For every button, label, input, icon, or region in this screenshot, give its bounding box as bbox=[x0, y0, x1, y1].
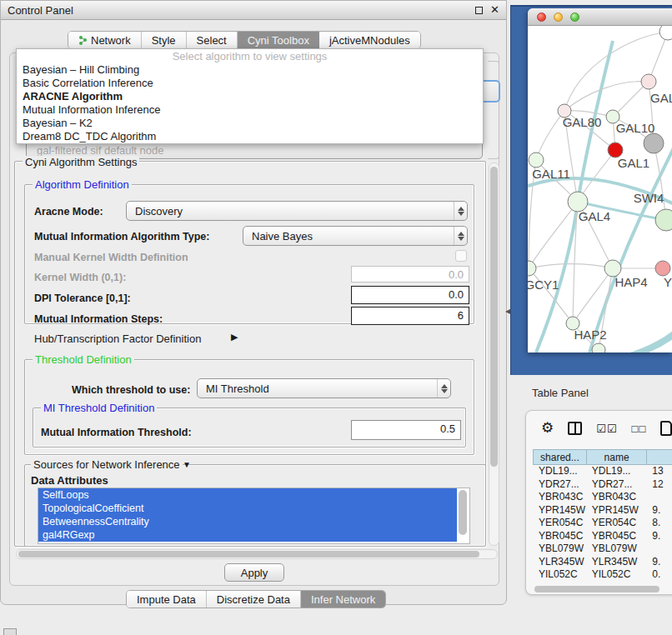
table-panel-title: Table Panel bbox=[532, 387, 589, 399]
column-header[interactable]: name bbox=[586, 449, 647, 465]
network-node[interactable] bbox=[641, 74, 656, 89]
close-traffic-light-icon[interactable] bbox=[537, 12, 546, 22]
table-cell: YBR043C bbox=[533, 491, 586, 504]
tab-network[interactable]: Network bbox=[68, 32, 142, 48]
table-cell: YBL079W bbox=[533, 542, 586, 556]
mi-steps-field[interactable]: 6 bbox=[351, 307, 469, 325]
control-panel-window: Control Panel ✕ Network Style Select Cyn… bbox=[0, 0, 507, 605]
network-node[interactable] bbox=[655, 209, 672, 231]
float-window-icon[interactable] bbox=[475, 7, 483, 14]
list-item[interactable]: BetweennessCentrality bbox=[38, 515, 457, 528]
attributes-scrollbar-thumb[interactable] bbox=[459, 490, 467, 535]
table-row[interactable]: YLR345WYLR345W9. bbox=[533, 556, 672, 569]
settings-scrollbar[interactable] bbox=[489, 162, 499, 546]
data-attributes-list[interactable]: SelfLoops TopologicalCoefficient Between… bbox=[38, 488, 470, 544]
which-threshold-combo[interactable]: MI Threshold bbox=[197, 378, 451, 398]
network-node[interactable] bbox=[604, 260, 621, 277]
table-row[interactable]: YPR145WYPR145W9. bbox=[533, 504, 672, 518]
network-node[interactable] bbox=[592, 343, 605, 352]
column-browser-icon[interactable] bbox=[568, 422, 582, 435]
network-canvas[interactable]: GALGAL80GAL10GAL1GAL11GAL4SWI4GCY1HAP4YH… bbox=[528, 26, 672, 352]
select-all-checkboxes-icon[interactable]: ☑☑ bbox=[596, 422, 617, 435]
network-edge bbox=[564, 82, 649, 111]
manual-kernel-checkbox[interactable] bbox=[455, 250, 467, 262]
table-cell: 9. bbox=[646, 530, 672, 543]
list-item[interactable]: TopologicalCoefficient bbox=[38, 502, 457, 515]
mi-type-combo[interactable]: Naive Bayes bbox=[243, 226, 468, 246]
table-row[interactable]: YDR27...YDR27...12 bbox=[533, 478, 672, 492]
deselect-all-checkboxes-icon[interactable]: □□ bbox=[632, 422, 647, 435]
dropdown-item-selected[interactable]: ARACNE Algorithm bbox=[17, 90, 483, 103]
table-row[interactable]: YDL19...YDL19...13 bbox=[533, 465, 672, 478]
table-row[interactable]: YBR045CYBR045C9. bbox=[533, 530, 672, 543]
gear-icon[interactable]: ⚙ bbox=[541, 421, 554, 436]
dropdown-item[interactable]: Mutual Information Inference bbox=[17, 103, 483, 117]
network-node[interactable] bbox=[659, 26, 672, 40]
network-node[interactable] bbox=[529, 152, 544, 168]
table-hscrollbar-thumb[interactable] bbox=[534, 586, 659, 592]
which-threshold-value: MI Threshold bbox=[206, 382, 269, 395]
control-panel-titlebar: Control Panel ✕ bbox=[1, 1, 506, 20]
dropdown-item[interactable]: Basic Correlation Inference bbox=[17, 77, 483, 90]
tab-label: Style bbox=[152, 34, 176, 47]
tab-discretize-data[interactable]: Discretize Data bbox=[207, 591, 301, 608]
apply-button[interactable]: Apply bbox=[224, 563, 284, 582]
table-cell bbox=[646, 491, 672, 504]
node-table-body: YDL19...YDL19...13YDR27...YDR27...12YBR0… bbox=[533, 465, 672, 582]
dropdown-item[interactable]: Bayesian – Hill Climbing bbox=[17, 63, 483, 77]
tab-style[interactable]: Style bbox=[142, 32, 187, 48]
dpi-tolerance-field[interactable]: 0.0 bbox=[351, 286, 469, 304]
table-cell: 9. bbox=[646, 504, 672, 518]
network-node-label: SWI4 bbox=[634, 191, 664, 205]
table-cell: 12 bbox=[646, 478, 672, 492]
list-item[interactable]: SelfLoops bbox=[38, 488, 457, 502]
tab-label: Infer Network bbox=[311, 593, 375, 606]
tab-select[interactable]: Select bbox=[187, 32, 238, 48]
minimized-panel-chip[interactable] bbox=[3, 628, 17, 635]
table-cell: YIL052C bbox=[533, 568, 586, 582]
sources-title[interactable]: Sources for Network Inference bbox=[31, 458, 183, 471]
export-table-icon[interactable] bbox=[660, 421, 672, 436]
list-item[interactable]: gal4RGexp bbox=[38, 528, 457, 542]
combo-spinner-icon bbox=[454, 202, 467, 220]
network-node[interactable] bbox=[655, 261, 670, 276]
table-cell: YER054C bbox=[586, 517, 646, 530]
table-row[interactable]: YIL052CYIL052C0. bbox=[533, 568, 672, 582]
data-attributes-label: Data Attributes bbox=[31, 474, 108, 487]
combo-spinner-icon bbox=[454, 227, 467, 245]
table-cell: 0. bbox=[646, 568, 672, 582]
column-header[interactable] bbox=[646, 449, 672, 465]
network-node[interactable] bbox=[644, 133, 664, 153]
close-icon[interactable]: ✕ bbox=[490, 6, 499, 14]
mi-threshold-field[interactable]: 0.5 bbox=[351, 420, 461, 440]
dropdown-item[interactable]: Bayesian – K2 bbox=[17, 117, 483, 130]
settings-hscrollbar-thumb[interactable] bbox=[18, 551, 479, 558]
tab-cyni-toolbox[interactable]: Cyni Toolbox bbox=[238, 32, 319, 48]
hub-section-label[interactable]: Hub/Transcription Factor Definition bbox=[34, 332, 201, 345]
tab-label: Select bbox=[197, 34, 227, 47]
tab-jactivemnodules[interactable]: jActiveMNodules bbox=[319, 32, 420, 48]
zoom-traffic-light-icon[interactable] bbox=[570, 12, 579, 22]
settings-hscrollbar[interactable] bbox=[16, 549, 498, 559]
network-nodes-layer: GALGAL80GAL10GAL1GAL11GAL4SWI4GCY1HAP4YH… bbox=[528, 26, 672, 352]
kernel-width-field[interactable]: 0.0 bbox=[351, 266, 469, 282]
aracne-mode-combo[interactable]: Discovery bbox=[126, 201, 468, 221]
network-node[interactable] bbox=[528, 261, 536, 276]
network-node-label: HAP2 bbox=[574, 328, 606, 342]
aracne-mode-value: Discovery bbox=[135, 205, 183, 218]
algorithm-definition-title: Algorithm Definition bbox=[33, 178, 132, 191]
settings-scrollbar-thumb[interactable] bbox=[490, 167, 498, 467]
sources-collapse-arrow-icon[interactable]: ▼ bbox=[183, 460, 191, 469]
table-row[interactable]: YBR043CYBR043C bbox=[533, 491, 672, 504]
dropdown-item[interactable]: Dream8 DC_TDC Algorithm bbox=[17, 130, 483, 143]
table-row[interactable]: YBL079WYBL079W bbox=[533, 542, 672, 556]
tab-impute-data[interactable]: Impute Data bbox=[127, 591, 207, 608]
hub-expand-arrow-icon[interactable]: ▶ bbox=[231, 332, 238, 342]
column-header[interactable]: shared... bbox=[533, 449, 586, 465]
table-row[interactable]: YER054CYER054C8. bbox=[533, 517, 672, 530]
minimize-traffic-light-icon[interactable] bbox=[554, 12, 563, 22]
cyni-settings-title: Cyni Algorithm Settings bbox=[23, 156, 139, 168]
network-node-label: HAP4 bbox=[614, 275, 647, 289]
tab-label: Network bbox=[91, 34, 131, 47]
tab-infer-network[interactable]: Infer Network bbox=[301, 591, 385, 608]
